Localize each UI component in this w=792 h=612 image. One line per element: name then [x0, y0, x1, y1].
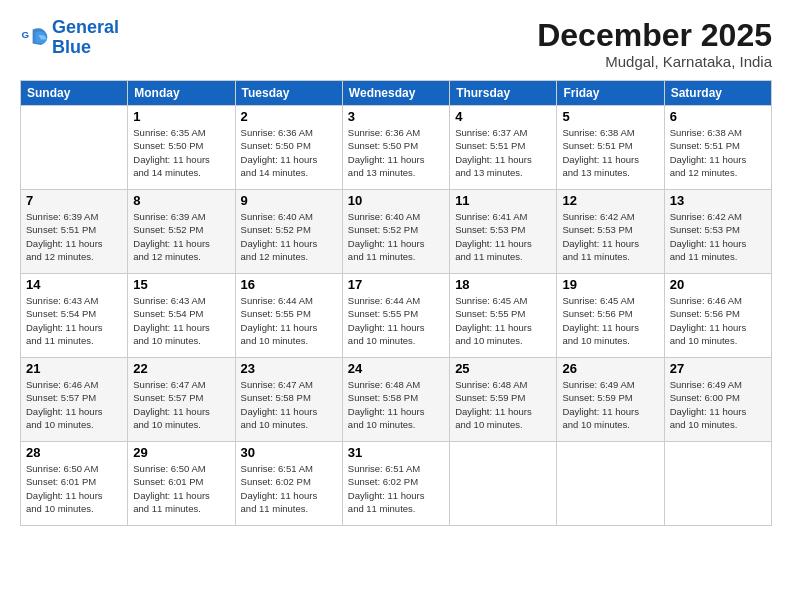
calendar-cell: 30Sunrise: 6:51 AM Sunset: 6:02 PM Dayli…	[235, 442, 342, 526]
day-number: 22	[133, 361, 229, 376]
day-number: 25	[455, 361, 551, 376]
day-number: 13	[670, 193, 766, 208]
day-info: Sunrise: 6:42 AM Sunset: 5:53 PM Dayligh…	[670, 210, 766, 263]
calendar-cell: 18Sunrise: 6:45 AM Sunset: 5:55 PM Dayli…	[450, 274, 557, 358]
calendar-cell: 4Sunrise: 6:37 AM Sunset: 5:51 PM Daylig…	[450, 106, 557, 190]
day-info: Sunrise: 6:51 AM Sunset: 6:02 PM Dayligh…	[241, 462, 337, 515]
calendar-cell: 11Sunrise: 6:41 AM Sunset: 5:53 PM Dayli…	[450, 190, 557, 274]
calendar-week-2: 7Sunrise: 6:39 AM Sunset: 5:51 PM Daylig…	[21, 190, 772, 274]
calendar-cell: 13Sunrise: 6:42 AM Sunset: 5:53 PM Dayli…	[664, 190, 771, 274]
location: Mudgal, Karnataka, India	[537, 53, 772, 70]
logo-icon: G	[20, 24, 48, 52]
day-info: Sunrise: 6:49 AM Sunset: 6:00 PM Dayligh…	[670, 378, 766, 431]
day-info: Sunrise: 6:43 AM Sunset: 5:54 PM Dayligh…	[133, 294, 229, 347]
day-number: 14	[26, 277, 122, 292]
calendar-cell: 31Sunrise: 6:51 AM Sunset: 6:02 PM Dayli…	[342, 442, 449, 526]
day-number: 23	[241, 361, 337, 376]
calendar-header-monday: Monday	[128, 81, 235, 106]
day-number: 8	[133, 193, 229, 208]
day-number: 16	[241, 277, 337, 292]
day-number: 24	[348, 361, 444, 376]
calendar-cell: 7Sunrise: 6:39 AM Sunset: 5:51 PM Daylig…	[21, 190, 128, 274]
day-number: 17	[348, 277, 444, 292]
day-info: Sunrise: 6:47 AM Sunset: 5:58 PM Dayligh…	[241, 378, 337, 431]
day-number: 19	[562, 277, 658, 292]
day-number: 15	[133, 277, 229, 292]
calendar-cell: 10Sunrise: 6:40 AM Sunset: 5:52 PM Dayli…	[342, 190, 449, 274]
calendar-cell	[21, 106, 128, 190]
svg-text:G: G	[21, 29, 29, 40]
header: G General Blue December 2025 Mudgal, Kar…	[20, 18, 772, 70]
calendar-cell: 16Sunrise: 6:44 AM Sunset: 5:55 PM Dayli…	[235, 274, 342, 358]
calendar-cell: 25Sunrise: 6:48 AM Sunset: 5:59 PM Dayli…	[450, 358, 557, 442]
calendar-header-thursday: Thursday	[450, 81, 557, 106]
day-number: 7	[26, 193, 122, 208]
calendar-cell: 15Sunrise: 6:43 AM Sunset: 5:54 PM Dayli…	[128, 274, 235, 358]
calendar-cell: 17Sunrise: 6:44 AM Sunset: 5:55 PM Dayli…	[342, 274, 449, 358]
day-info: Sunrise: 6:43 AM Sunset: 5:54 PM Dayligh…	[26, 294, 122, 347]
calendar-cell: 19Sunrise: 6:45 AM Sunset: 5:56 PM Dayli…	[557, 274, 664, 358]
calendar-week-4: 21Sunrise: 6:46 AM Sunset: 5:57 PM Dayli…	[21, 358, 772, 442]
calendar: SundayMondayTuesdayWednesdayThursdayFrid…	[20, 80, 772, 526]
day-number: 10	[348, 193, 444, 208]
day-info: Sunrise: 6:37 AM Sunset: 5:51 PM Dayligh…	[455, 126, 551, 179]
day-number: 21	[26, 361, 122, 376]
day-info: Sunrise: 6:39 AM Sunset: 5:52 PM Dayligh…	[133, 210, 229, 263]
calendar-header-saturday: Saturday	[664, 81, 771, 106]
page: G General Blue December 2025 Mudgal, Kar…	[0, 0, 792, 612]
day-info: Sunrise: 6:42 AM Sunset: 5:53 PM Dayligh…	[562, 210, 658, 263]
calendar-cell	[664, 442, 771, 526]
calendar-cell: 27Sunrise: 6:49 AM Sunset: 6:00 PM Dayli…	[664, 358, 771, 442]
day-info: Sunrise: 6:40 AM Sunset: 5:52 PM Dayligh…	[348, 210, 444, 263]
calendar-cell: 2Sunrise: 6:36 AM Sunset: 5:50 PM Daylig…	[235, 106, 342, 190]
day-number: 27	[670, 361, 766, 376]
calendar-header-tuesday: Tuesday	[235, 81, 342, 106]
month-title: December 2025	[537, 18, 772, 53]
calendar-header-sunday: Sunday	[21, 81, 128, 106]
day-info: Sunrise: 6:40 AM Sunset: 5:52 PM Dayligh…	[241, 210, 337, 263]
calendar-cell: 3Sunrise: 6:36 AM Sunset: 5:50 PM Daylig…	[342, 106, 449, 190]
calendar-cell: 12Sunrise: 6:42 AM Sunset: 5:53 PM Dayli…	[557, 190, 664, 274]
calendar-cell: 28Sunrise: 6:50 AM Sunset: 6:01 PM Dayli…	[21, 442, 128, 526]
day-info: Sunrise: 6:39 AM Sunset: 5:51 PM Dayligh…	[26, 210, 122, 263]
day-number: 12	[562, 193, 658, 208]
day-info: Sunrise: 6:38 AM Sunset: 5:51 PM Dayligh…	[670, 126, 766, 179]
calendar-week-3: 14Sunrise: 6:43 AM Sunset: 5:54 PM Dayli…	[21, 274, 772, 358]
calendar-cell: 29Sunrise: 6:50 AM Sunset: 6:01 PM Dayli…	[128, 442, 235, 526]
day-info: Sunrise: 6:44 AM Sunset: 5:55 PM Dayligh…	[241, 294, 337, 347]
calendar-cell: 6Sunrise: 6:38 AM Sunset: 5:51 PM Daylig…	[664, 106, 771, 190]
calendar-cell: 14Sunrise: 6:43 AM Sunset: 5:54 PM Dayli…	[21, 274, 128, 358]
day-number: 30	[241, 445, 337, 460]
day-number: 20	[670, 277, 766, 292]
logo-line1: General	[52, 17, 119, 37]
day-number: 5	[562, 109, 658, 124]
calendar-week-1: 1Sunrise: 6:35 AM Sunset: 5:50 PM Daylig…	[21, 106, 772, 190]
calendar-cell: 21Sunrise: 6:46 AM Sunset: 5:57 PM Dayli…	[21, 358, 128, 442]
calendar-cell: 26Sunrise: 6:49 AM Sunset: 5:59 PM Dayli…	[557, 358, 664, 442]
day-info: Sunrise: 6:35 AM Sunset: 5:50 PM Dayligh…	[133, 126, 229, 179]
day-number: 11	[455, 193, 551, 208]
day-number: 31	[348, 445, 444, 460]
calendar-cell: 24Sunrise: 6:48 AM Sunset: 5:58 PM Dayli…	[342, 358, 449, 442]
day-info: Sunrise: 6:51 AM Sunset: 6:02 PM Dayligh…	[348, 462, 444, 515]
logo-line2: Blue	[52, 37, 91, 57]
day-info: Sunrise: 6:49 AM Sunset: 5:59 PM Dayligh…	[562, 378, 658, 431]
day-info: Sunrise: 6:46 AM Sunset: 5:57 PM Dayligh…	[26, 378, 122, 431]
calendar-cell: 9Sunrise: 6:40 AM Sunset: 5:52 PM Daylig…	[235, 190, 342, 274]
day-info: Sunrise: 6:41 AM Sunset: 5:53 PM Dayligh…	[455, 210, 551, 263]
calendar-week-5: 28Sunrise: 6:50 AM Sunset: 6:01 PM Dayli…	[21, 442, 772, 526]
day-number: 9	[241, 193, 337, 208]
day-number: 4	[455, 109, 551, 124]
day-info: Sunrise: 6:46 AM Sunset: 5:56 PM Dayligh…	[670, 294, 766, 347]
day-number: 6	[670, 109, 766, 124]
day-info: Sunrise: 6:36 AM Sunset: 5:50 PM Dayligh…	[348, 126, 444, 179]
title-block: December 2025 Mudgal, Karnataka, India	[537, 18, 772, 70]
day-number: 29	[133, 445, 229, 460]
calendar-header-wednesday: Wednesday	[342, 81, 449, 106]
day-info: Sunrise: 6:45 AM Sunset: 5:55 PM Dayligh…	[455, 294, 551, 347]
calendar-cell: 22Sunrise: 6:47 AM Sunset: 5:57 PM Dayli…	[128, 358, 235, 442]
day-number: 2	[241, 109, 337, 124]
day-number: 1	[133, 109, 229, 124]
calendar-header-friday: Friday	[557, 81, 664, 106]
calendar-cell: 20Sunrise: 6:46 AM Sunset: 5:56 PM Dayli…	[664, 274, 771, 358]
